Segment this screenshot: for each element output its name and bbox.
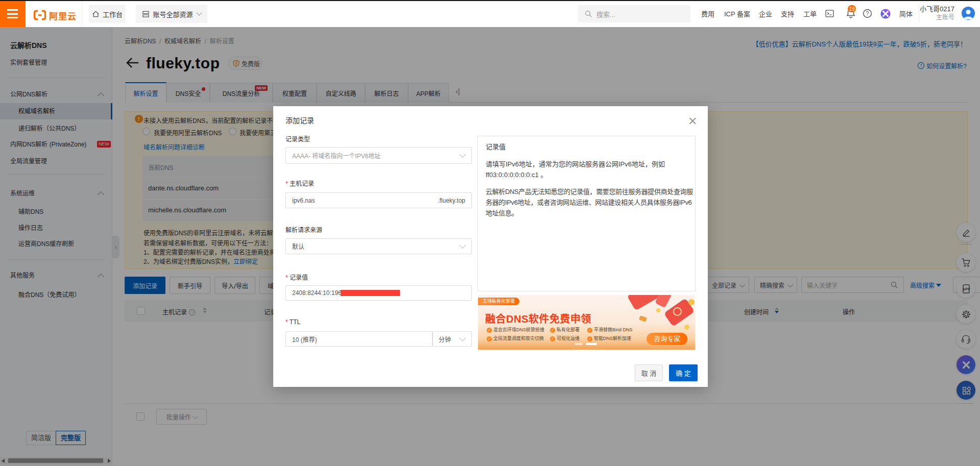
svg-text:?: ?	[866, 11, 869, 16]
